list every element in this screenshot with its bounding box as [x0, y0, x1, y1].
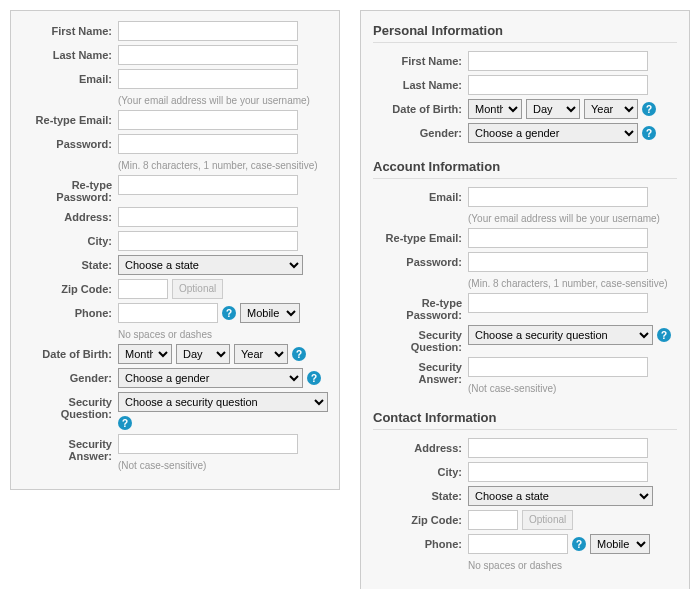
email-input[interactable]: [468, 187, 648, 207]
state-label: State:: [23, 255, 118, 271]
retype-email-input[interactable]: [468, 228, 648, 248]
first-name-label: First Name:: [23, 21, 118, 37]
last-name-label: Last Name:: [373, 75, 468, 91]
first-name-label: First Name:: [373, 51, 468, 67]
last-name-input[interactable]: [468, 75, 648, 95]
retype-email-input[interactable]: [118, 110, 298, 130]
password-input[interactable]: [118, 134, 298, 154]
security-question-label: Security Question:: [23, 392, 118, 420]
city-label: City:: [23, 231, 118, 247]
city-input[interactable]: [118, 231, 298, 251]
dob-year-select[interactable]: Year: [234, 344, 288, 364]
address-label: Address:: [23, 207, 118, 223]
zip-label: Zip Code:: [23, 279, 118, 295]
state-select[interactable]: Choose a state: [468, 486, 653, 506]
dob-month-select[interactable]: Month: [118, 344, 172, 364]
retype-password-input[interactable]: [118, 175, 298, 195]
phone-input[interactable]: [118, 303, 218, 323]
section-account-title: Account Information: [373, 157, 677, 179]
address-input[interactable]: [468, 438, 648, 458]
city-label: City:: [373, 462, 468, 478]
help-icon[interactable]: ?: [642, 102, 656, 116]
gender-label: Gender:: [373, 123, 468, 139]
password-hint: (Min. 8 characters, 1 number, case-sensi…: [118, 160, 327, 171]
security-answer-label: Security Answer:: [23, 434, 118, 462]
password-label: Password:: [23, 134, 118, 150]
email-hint: (Your email address will be your usernam…: [468, 213, 677, 224]
gender-select[interactable]: Choose a gender: [118, 368, 303, 388]
gender-select[interactable]: Choose a gender: [468, 123, 638, 143]
security-answer-input[interactable]: [468, 357, 648, 377]
last-name-input[interactable]: [118, 45, 298, 65]
retype-email-label: Re-type Email:: [373, 228, 468, 244]
state-select[interactable]: Choose a state: [118, 255, 303, 275]
email-label: Email:: [23, 69, 118, 85]
section-personal-title: Personal Information: [373, 21, 677, 43]
password-label: Password:: [373, 252, 468, 268]
zip-optional-button[interactable]: Optional: [172, 279, 223, 299]
state-label: State:: [373, 486, 468, 502]
zip-optional-button[interactable]: Optional: [522, 510, 573, 530]
retype-password-label: Re-type Password:: [23, 175, 118, 203]
phone-label: Phone:: [373, 534, 468, 550]
security-answer-hint: (Not case-sensitive): [118, 460, 327, 471]
first-name-input[interactable]: [118, 21, 298, 41]
first-name-input[interactable]: [468, 51, 648, 71]
grouped-registration-form: Personal Information First Name: Last Na…: [360, 10, 690, 589]
retype-email-label: Re-type Email:: [23, 110, 118, 126]
help-icon[interactable]: ?: [657, 328, 671, 342]
phone-hint: No spaces or dashes: [468, 560, 677, 571]
security-question-select[interactable]: Choose a security question: [118, 392, 328, 412]
zip-input[interactable]: [118, 279, 168, 299]
address-input[interactable]: [118, 207, 298, 227]
dob-day-select[interactable]: Day: [526, 99, 580, 119]
dob-year-select[interactable]: Year: [584, 99, 638, 119]
retype-password-label: Re-type Password:: [373, 293, 468, 321]
phone-type-select[interactable]: Mobile: [590, 534, 650, 554]
security-question-select[interactable]: Choose a security question: [468, 325, 653, 345]
security-answer-input[interactable]: [118, 434, 298, 454]
security-answer-label: Security Answer:: [373, 357, 468, 385]
last-name-label: Last Name:: [23, 45, 118, 61]
flat-registration-form: First Name: Last Name: Email: (Your emai…: [10, 10, 340, 490]
dob-label: Date of Birth:: [23, 344, 118, 360]
dob-month-select[interactable]: Month: [468, 99, 522, 119]
help-icon[interactable]: ?: [118, 416, 132, 430]
zip-label: Zip Code:: [373, 510, 468, 526]
help-icon[interactable]: ?: [307, 371, 321, 385]
security-question-label: Security Question:: [373, 325, 468, 353]
zip-input[interactable]: [468, 510, 518, 530]
email-input[interactable]: [118, 69, 298, 89]
help-icon[interactable]: ?: [292, 347, 306, 361]
phone-input[interactable]: [468, 534, 568, 554]
dob-label: Date of Birth:: [373, 99, 468, 115]
phone-label: Phone:: [23, 303, 118, 319]
password-input[interactable]: [468, 252, 648, 272]
city-input[interactable]: [468, 462, 648, 482]
retype-password-input[interactable]: [468, 293, 648, 313]
email-hint: (Your email address will be your usernam…: [118, 95, 327, 106]
address-label: Address:: [373, 438, 468, 454]
section-contact-title: Contact Information: [373, 408, 677, 430]
help-icon[interactable]: ?: [642, 126, 656, 140]
email-label: Email:: [373, 187, 468, 203]
help-icon[interactable]: ?: [572, 537, 586, 551]
password-hint: (Min. 8 characters, 1 number, case-sensi…: [468, 278, 677, 289]
phone-hint: No spaces or dashes: [118, 329, 327, 340]
security-answer-hint: (Not case-sensitive): [468, 383, 677, 394]
phone-type-select[interactable]: Mobile: [240, 303, 300, 323]
dob-day-select[interactable]: Day: [176, 344, 230, 364]
gender-label: Gender:: [23, 368, 118, 384]
help-icon[interactable]: ?: [222, 306, 236, 320]
